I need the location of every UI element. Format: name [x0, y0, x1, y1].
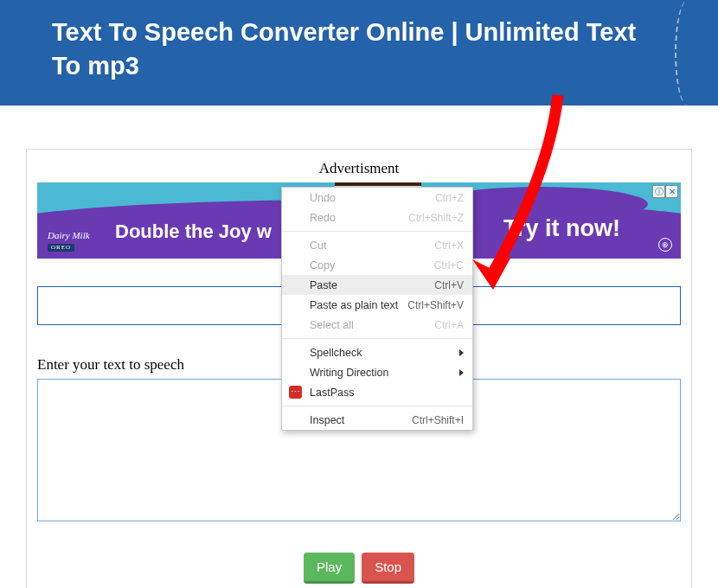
menu-item-paste[interactable]: PasteCtrl+V	[282, 275, 472, 295]
chevron-right-icon	[459, 369, 464, 376]
button-row: Play Stop	[37, 553, 681, 584]
ad-brand-badge: OREO	[48, 244, 74, 252]
menu-item-select-all: Select allCtrl+A	[282, 315, 472, 335]
menu-item-writing-direction[interactable]: Writing Direction	[282, 362, 472, 382]
lastpass-icon: ⋯	[289, 386, 302, 399]
ad-info-icon[interactable]: ⓘ	[652, 185, 665, 198]
menu-item-shortcut: Ctrl+Z	[428, 192, 464, 204]
menu-item-undo: UndoCtrl+Z	[282, 188, 472, 208]
play-button[interactable]: Play	[304, 553, 355, 584]
ad-tagline: Double the Joy w	[115, 220, 272, 243]
menu-item-label: Undo	[310, 192, 428, 204]
menu-item-shortcut: Ctrl+Shift+Z	[401, 212, 464, 224]
menu-item-redo: RedoCtrl+Shift+Z	[282, 208, 472, 227]
menu-item-label: Select all	[310, 319, 427, 331]
stop-button[interactable]: Stop	[362, 553, 414, 584]
menu-item-copy: CopyCtrl+C	[282, 255, 472, 275]
ad-controls: ⓘ ✕	[652, 185, 678, 198]
menu-item-shortcut: Ctrl+X	[427, 240, 464, 252]
ad-close-icon[interactable]: ✕	[665, 185, 678, 198]
menu-separator	[282, 338, 472, 339]
ad-label: Advertisment	[37, 160, 681, 177]
menu-item-label: Writing Direction	[310, 367, 459, 379]
menu-item-shortcut: Ctrl+Shift+V	[401, 299, 464, 311]
menu-item-lastpass[interactable]: ⋯LastPass	[282, 382, 472, 402]
menu-item-label: Copy	[310, 259, 427, 272]
menu-item-label: Inspect	[310, 414, 405, 426]
menu-item-label: LastPass	[310, 387, 464, 399]
menu-item-paste-as-plain-text[interactable]: Paste as plain textCtrl+Shift+V	[282, 295, 472, 315]
menu-item-cut: CutCtrl+X	[282, 235, 472, 255]
menu-separator	[282, 406, 472, 406]
ad-brand-logo: Dairy Milk OREO	[48, 230, 90, 252]
menu-item-shortcut: Ctrl+A	[427, 319, 464, 331]
context-menu[interactable]: UndoCtrl+ZRedoCtrl+Shift+ZCutCtrl+XCopyC…	[281, 187, 473, 431]
menu-item-label: Cut	[310, 240, 427, 252]
menu-item-shortcut: Ctrl+C	[427, 259, 464, 272]
menu-item-shortcut: Ctrl+Shift+I	[405, 414, 464, 426]
menu-item-label: Paste as plain text	[310, 299, 401, 311]
menu-separator	[282, 231, 472, 232]
menu-item-shortcut: Ctrl+V	[427, 279, 464, 291]
menu-item-spellcheck[interactable]: Spellcheck	[282, 342, 472, 362]
header-decoration	[675, 0, 718, 105]
menu-item-label: Spellcheck	[310, 347, 459, 359]
page-title: Text To Speech Converter Online | Unlimi…	[52, 16, 666, 83]
menu-item-label: Paste	[310, 279, 427, 291]
menu-item-inspect[interactable]: InspectCtrl+Shift+I	[282, 410, 472, 430]
page-header: Text To Speech Converter Online | Unlimi…	[0, 0, 718, 105]
chevron-right-icon	[459, 349, 464, 356]
ad-cta-text: Try it now!	[503, 215, 620, 242]
ad-brand-text: Dairy Milk	[48, 230, 90, 240]
menu-item-label: Redo	[310, 212, 401, 224]
